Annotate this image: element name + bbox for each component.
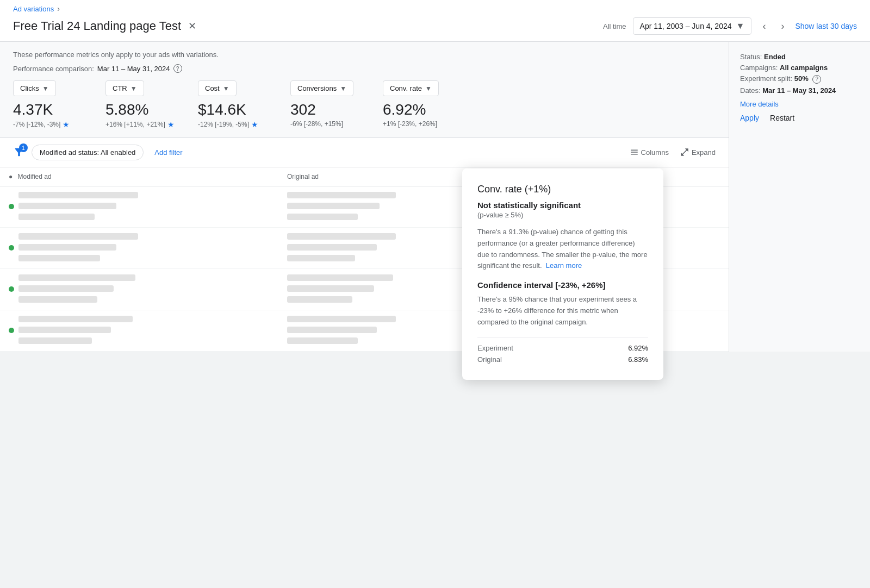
blurred-text <box>287 255 355 261</box>
date-next-button[interactable]: › <box>776 18 788 34</box>
comparison-dates: Mar 11 – May 31, 2024 <box>97 65 170 73</box>
status-dot <box>9 286 14 292</box>
blurred-text <box>18 244 116 251</box>
metric-card-ctr: CTR ▼ 5.88% +16% [+11%, +21%] ★ <box>105 80 198 129</box>
split-value: 50% <box>794 74 809 83</box>
metric-btn-clicks[interactable]: Clicks ▼ <box>13 80 56 96</box>
metric-btn-cost[interactable]: Cost ▼ <box>198 80 237 96</box>
blurred-text <box>287 203 380 209</box>
campaigns-value: All campaigns <box>780 64 828 72</box>
blurred-text <box>18 233 138 240</box>
metric-card-conv-rate: Conv. rate ▼ 6.92% +1% [-23%, +26%] <box>383 80 475 128</box>
conversions-dropdown-icon: ▼ <box>340 85 346 92</box>
dates-line: Dates: Mar 11 – May 31, 2024 <box>740 86 859 95</box>
columns-button[interactable]: Columns <box>629 147 669 157</box>
blurred-text <box>18 192 138 198</box>
tooltip-experiment-value: 6.92% <box>628 344 648 352</box>
date-range-button[interactable]: Apr 11, 2003 – Jun 4, 2024 ▼ <box>633 17 752 35</box>
blurred-text <box>18 214 95 220</box>
metric-btn-conv-rate[interactable]: Conv. rate ▼ <box>383 80 439 96</box>
clicks-star: ★ <box>63 120 70 129</box>
modified-ad-cell <box>0 227 278 268</box>
restart-button[interactable]: Restart <box>770 114 794 122</box>
filter-icon-wrap[interactable]: 1 <box>13 146 25 158</box>
cost-change: -12% [-19%, -5%] <box>198 121 249 128</box>
metric-value-cost: $14.6K <box>198 101 277 119</box>
blurred-text <box>18 274 135 281</box>
metric-label-conversions: Conversions <box>297 84 337 92</box>
split-label: Experiment split: <box>740 74 792 83</box>
metric-card-cost: Cost ▼ $14.6K -12% [-19%, -5%] ★ <box>198 80 290 129</box>
expand-button[interactable]: Expand <box>680 147 716 157</box>
metric-value-conversions: 302 <box>290 101 370 119</box>
blurred-text <box>18 316 133 322</box>
blurred-text <box>287 316 396 322</box>
metric-change-cost: -12% [-19%, -5%] ★ <box>198 120 277 129</box>
tooltip-title: Conv. rate (+1%) <box>477 184 648 195</box>
blurred-text <box>287 244 377 251</box>
main-layout: These performance metrics only apply to … <box>0 42 870 352</box>
ctr-star: ★ <box>167 120 175 129</box>
dates-value: Mar 11 – May 31, 2024 <box>762 86 836 95</box>
date-prev-button[interactable]: ‹ <box>758 18 770 34</box>
page-title: Free Trial 24 Landing page Test ✕ <box>13 19 197 33</box>
blurred-text <box>287 214 358 220</box>
columns-label: Columns <box>641 148 669 157</box>
split-help-icon[interactable]: ? <box>812 75 821 84</box>
apply-button[interactable]: Apply <box>740 114 759 122</box>
tooltip-body: There's a 91.3% (p-value) chance of gett… <box>477 227 648 272</box>
blurred-text <box>18 255 100 261</box>
modified-ad-cell <box>0 310 278 351</box>
date-range-value: Apr 11, 2003 – Jun 4, 2024 <box>640 22 732 30</box>
blurred-text <box>18 285 114 292</box>
right-sidebar: Status: Ended Campaigns: All campaigns E… <box>729 42 870 352</box>
campaigns-label: Campaigns: <box>740 64 778 72</box>
comparison-label: Performance comparison: <box>13 65 94 73</box>
show-last-30-days[interactable]: Show last 30 days <box>795 22 857 30</box>
cost-dropdown-icon: ▼ <box>223 85 229 92</box>
filter-status-button[interactable]: Modified ad status: All enabled <box>32 145 144 160</box>
campaigns-line: Campaigns: All campaigns <box>740 64 859 72</box>
metric-change-conv-rate: +1% [-23%, +26%] <box>383 120 462 128</box>
add-filter-button[interactable]: Add filter <box>150 145 187 160</box>
dates-label: Dates: <box>740 86 761 95</box>
tooltip-learn-more[interactable]: Learn more <box>546 261 582 270</box>
status-col-dot: ● <box>9 173 13 180</box>
clicks-dropdown-icon: ▼ <box>42 85 49 92</box>
metric-btn-conversions[interactable]: Conversions ▼ <box>290 80 353 96</box>
metric-value-clicks: 4.37K <box>13 101 92 119</box>
performance-note: These performance metrics only apply to … <box>13 51 716 59</box>
metric-label-cost: Cost <box>205 84 220 92</box>
ctr-change: +16% [+11%, +21%] <box>105 121 165 128</box>
status-value: Ended <box>764 53 786 61</box>
columns-icon <box>629 147 639 157</box>
date-dropdown-icon: ▼ <box>736 21 745 31</box>
table-toolbar: 1 Modified ad status: All enabled Add fi… <box>0 138 729 167</box>
blurred-text <box>287 327 377 333</box>
more-details-link[interactable]: More details <box>740 100 779 108</box>
breadcrumb[interactable]: Ad variations › <box>13 4 857 15</box>
expand-icon <box>680 147 689 157</box>
blurred-text <box>287 285 374 292</box>
metric-label-conv-rate: Conv. rate <box>390 84 422 92</box>
tooltip-divider <box>477 337 648 337</box>
tooltip-popup: Conv. rate (+1%) Not statistically signi… <box>462 168 663 352</box>
comparison-help-icon[interactable]: ? <box>173 64 182 73</box>
metric-value-ctr: 5.88% <box>105 101 185 119</box>
metric-card-clicks: Clicks ▼ 4.37K -7% [-12%, -3%] ★ <box>13 80 105 129</box>
blurred-text <box>287 192 396 198</box>
conv-rate-change: +1% [-23%, +26%] <box>383 120 437 128</box>
clicks-change: -7% [-12%, -3%] <box>13 121 60 128</box>
tooltip-experiment-row: Experiment 6.92% <box>477 344 648 352</box>
tooltip-experiment-label: Experiment <box>477 344 513 352</box>
metric-change-conversions: -6% [-28%, +15%] <box>290 120 370 128</box>
blurred-text <box>18 203 116 209</box>
breadcrumb-link[interactable]: Ad variations <box>13 5 54 13</box>
expand-label: Expand <box>692 148 716 157</box>
metric-btn-ctr[interactable]: CTR ▼ <box>105 80 144 96</box>
close-button[interactable]: ✕ <box>187 21 197 32</box>
breadcrumb-chevron: › <box>57 4 60 13</box>
col-header-modified-ad: ● Modified ad <box>0 167 278 186</box>
cost-star: ★ <box>251 120 258 129</box>
status-dot <box>9 328 14 333</box>
